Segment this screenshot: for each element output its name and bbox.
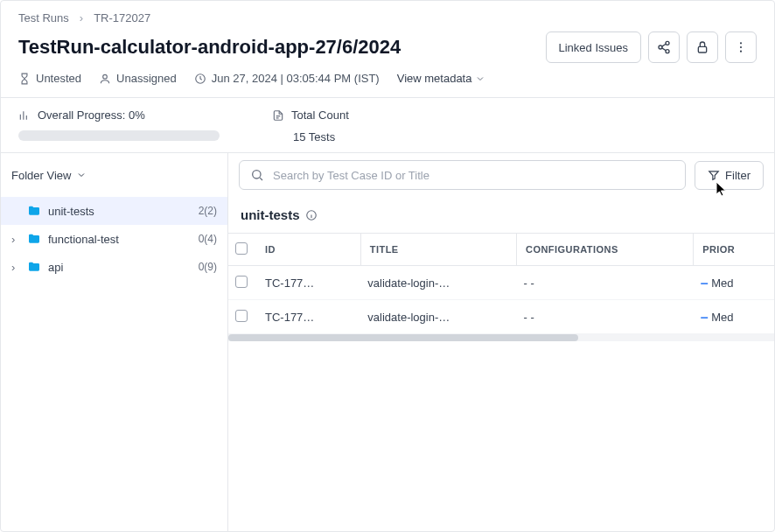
breadcrumb-id[interactable]: TR-172027: [94, 11, 150, 24]
folder-heading: unit-tests: [228, 197, 774, 234]
col-title[interactable]: TITLE: [360, 234, 516, 266]
cell-status[interactable]: Untested ⇅: [772, 266, 774, 300]
row-checkbox[interactable]: [235, 310, 248, 322]
linked-issues-button[interactable]: Linked Issues: [546, 32, 642, 63]
folder-item-unit-tests[interactable]: unit-tests2(2): [1, 197, 227, 225]
folder-count: 2(2): [199, 205, 217, 217]
folder-view-toggle[interactable]: Folder View: [1, 153, 228, 197]
filter-icon: [708, 169, 720, 181]
col-prior[interactable]: PRIOR: [694, 234, 772, 266]
col-status[interactable]: STATUS: [772, 234, 774, 266]
view-metadata-link[interactable]: View metadata: [397, 72, 486, 85]
cell-prior: – Med: [694, 266, 772, 300]
search-input[interactable]: [273, 169, 674, 182]
folder-name: unit-tests: [48, 205, 94, 218]
page-title: TestRun-calculator-android-app-27/6/2024: [18, 36, 546, 59]
cell-prior: – Med: [694, 300, 772, 334]
col-id[interactable]: ID: [258, 234, 360, 266]
folder-name: functional-test: [48, 233, 119, 246]
folder-item-api[interactable]: ›api0(9): [1, 253, 227, 281]
svg-point-6: [740, 51, 742, 52]
file-icon: [272, 109, 284, 122]
cell-config: - -: [517, 266, 694, 300]
breadcrumb: Test Runs › TR-172027: [1, 1, 774, 30]
filter-button[interactable]: Filter: [695, 161, 764, 190]
test-case-table: ID TITLE CONFIGURATIONS PRIOR STATUS TC-…: [228, 234, 774, 334]
svg-point-1: [659, 46, 662, 49]
more-button[interactable]: [725, 32, 757, 63]
search-icon: [250, 168, 264, 182]
breadcrumb-root[interactable]: Test Runs: [18, 11, 69, 24]
chevron-right-icon: ›: [80, 11, 83, 24]
table-row[interactable]: TC-177…validate-login-…- -– MedUntested …: [228, 266, 774, 300]
cell-id: TC-177…: [258, 300, 360, 334]
total-count-value: 15 Tests: [272, 130, 349, 144]
select-all-checkbox[interactable]: [235, 242, 248, 255]
linked-issues-label: Linked Issues: [559, 41, 629, 54]
cell-id: TC-177…: [258, 266, 360, 300]
folder-icon: [27, 260, 41, 274]
person-icon: [99, 73, 111, 85]
folder-icon: [27, 204, 41, 218]
row-checkbox[interactable]: [235, 276, 248, 288]
svg-point-7: [103, 74, 108, 79]
horizontal-scrollbar[interactable]: [228, 334, 774, 341]
folder-icon: [27, 232, 41, 246]
bar-chart-icon: [18, 109, 31, 122]
cell-status[interactable]: Untested ⇅: [772, 300, 774, 334]
timestamp-meta: Jun 27, 2024 | 03:05:44 PM (IST): [194, 72, 380, 85]
total-count-label: Total Count: [272, 108, 349, 122]
lock-button[interactable]: [687, 32, 718, 63]
svg-point-5: [740, 46, 742, 48]
chevron-down-icon: [475, 74, 485, 84]
svg-rect-3: [698, 46, 706, 52]
kebab-icon: [734, 40, 748, 54]
folder-count: 0(4): [199, 233, 217, 245]
status-meta: Untested: [18, 72, 81, 85]
folder-tree: unit-tests2(2)›functional-test0(4)›api0(…: [1, 197, 228, 532]
overall-progress-label: Overall Progress: 0%: [18, 108, 237, 122]
assignee-meta: Unassigned: [99, 72, 177, 85]
info-icon[interactable]: [305, 209, 318, 221]
chevron-right-icon: ›: [11, 261, 20, 274]
svg-point-4: [740, 42, 742, 44]
progress-bar: [18, 130, 220, 141]
svg-point-2: [666, 50, 669, 53]
cell-title: validate-login-…: [360, 300, 516, 334]
share-button[interactable]: [648, 32, 680, 63]
cell-title: validate-login-…: [360, 266, 516, 300]
folder-item-functional-test[interactable]: ›functional-test0(4): [1, 225, 227, 253]
chevron-down-icon: [76, 170, 87, 180]
hourglass-icon: [18, 73, 31, 85]
svg-point-9: [253, 171, 261, 178]
folder-count: 0(9): [199, 261, 217, 273]
clock-icon: [194, 73, 206, 85]
lock-icon: [695, 40, 709, 54]
folder-name: api: [48, 261, 63, 274]
col-configurations[interactable]: CONFIGURATIONS: [517, 234, 694, 266]
svg-point-0: [666, 41, 669, 45]
chevron-right-icon: ›: [11, 233, 20, 246]
share-icon: [657, 40, 671, 54]
table-row[interactable]: TC-177…validate-login-…- -– MedUntested …: [228, 300, 774, 334]
search-box[interactable]: [239, 160, 686, 190]
cell-config: - -: [517, 300, 694, 334]
